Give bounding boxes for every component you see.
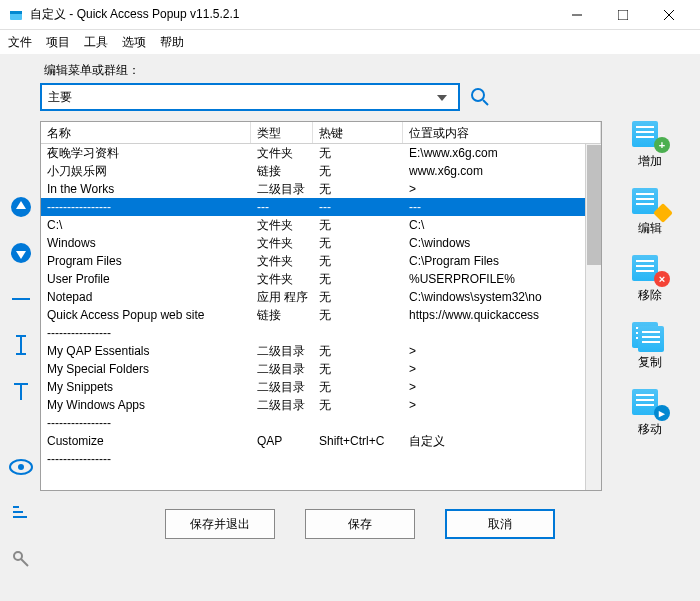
add-button[interactable]: + 增加 xyxy=(632,121,668,170)
table-row[interactable]: Notepad应用 程序无C:\windows\system32\no xyxy=(41,288,601,306)
cell-hotkey: 无 xyxy=(313,288,403,307)
menu-file[interactable]: 文件 xyxy=(8,34,32,51)
cell-hotkey: --- xyxy=(313,199,403,215)
table-row[interactable]: My QAP Essentials二级目录无> xyxy=(41,342,601,360)
cell-type: 二级目录 xyxy=(251,360,313,379)
text-tool[interactable] xyxy=(8,378,34,404)
cell-type: 文件夹 xyxy=(251,234,313,253)
save-button[interactable]: 保存 xyxy=(305,509,415,539)
minimize-button[interactable] xyxy=(554,0,600,30)
move-up-button[interactable] xyxy=(8,194,34,220)
table-row[interactable]: ------------------------- xyxy=(41,198,601,216)
copy-button[interactable]: 复制 xyxy=(632,322,668,371)
table-row[interactable]: CustomizeQAPShift+Ctrl+C自定义 xyxy=(41,432,601,450)
table-row[interactable]: ---------------- xyxy=(41,324,601,342)
cell-name: ---------------- xyxy=(41,325,251,341)
cell-type: 文件夹 xyxy=(251,216,313,235)
play-icon: ▸ xyxy=(654,405,670,421)
table-row[interactable]: Quick Access Popup web site链接无https://ww… xyxy=(41,306,601,324)
close-button[interactable] xyxy=(646,0,692,30)
cell-type: QAP xyxy=(251,433,313,449)
chevron-down-icon xyxy=(432,90,452,104)
cell-hotkey: 无 xyxy=(313,306,403,325)
cell-name: 夜晚学习资料 xyxy=(41,144,251,163)
table-row[interactable]: My Snippets二级目录无> xyxy=(41,378,601,396)
menu-tools[interactable]: 工具 xyxy=(84,34,108,51)
menubar: 文件 项目 工具 选项 帮助 xyxy=(0,30,700,54)
cell-name: My Snippets xyxy=(41,379,251,395)
scroll-thumb[interactable] xyxy=(587,145,601,265)
separator-tool[interactable] xyxy=(8,286,34,312)
table-row[interactable]: ---------------- xyxy=(41,450,601,468)
cell-name: My QAP Essentials xyxy=(41,343,251,359)
cell-hotkey: 无 xyxy=(313,216,403,235)
menu-project[interactable]: 项目 xyxy=(46,34,70,51)
menu-help[interactable]: 帮助 xyxy=(160,34,184,51)
cell-hotkey: 无 xyxy=(313,342,403,361)
cell-name: Program Files xyxy=(41,253,251,269)
sort-icon[interactable] xyxy=(8,500,34,526)
editor-label: 编辑菜单或群组： xyxy=(44,62,680,79)
cell-type xyxy=(251,458,313,460)
cell-hotkey: Shift+Ctrl+C xyxy=(313,433,403,449)
table-row[interactable]: ---------------- xyxy=(41,414,601,432)
table-row[interactable]: In the Works二级目录无> xyxy=(41,180,601,198)
col-location[interactable]: 位置或内容 xyxy=(403,122,601,143)
move-button[interactable]: ▸ 移动 xyxy=(632,389,668,438)
button-row: 保存并退出 保存 取消 xyxy=(40,509,680,539)
table-row[interactable]: Program Files文件夹无C:\Program Files xyxy=(41,252,601,270)
cell-location: www.x6g.com xyxy=(403,163,601,179)
plus-icon: + xyxy=(654,137,670,153)
dropdown-value: 主要 xyxy=(48,89,432,106)
svg-marker-6 xyxy=(437,95,447,101)
cell-type: 二级目录 xyxy=(251,378,313,397)
cell-location: > xyxy=(403,343,601,359)
cell-name: C:\ xyxy=(41,217,251,233)
eye-icon[interactable] xyxy=(8,454,34,480)
col-hotkey[interactable]: 热键 xyxy=(313,122,403,143)
app-icon xyxy=(8,7,24,23)
table-row[interactable]: My Special Folders二级目录无> xyxy=(41,360,601,378)
edit-button[interactable]: 编辑 xyxy=(632,188,668,237)
table-row[interactable]: User Profile文件夹无%USERPROFILE% xyxy=(41,270,601,288)
table-row[interactable]: C:\文件夹无C:\ xyxy=(41,216,601,234)
maximize-button[interactable] xyxy=(600,0,646,30)
move-down-button[interactable] xyxy=(8,240,34,266)
save-exit-button[interactable]: 保存并退出 xyxy=(165,509,275,539)
cancel-button[interactable]: 取消 xyxy=(445,509,555,539)
cell-type xyxy=(251,332,313,334)
cell-type: 链接 xyxy=(251,306,313,325)
svg-point-7 xyxy=(472,89,484,101)
group-dropdown[interactable]: 主要 xyxy=(40,83,460,111)
menu-options[interactable]: 选项 xyxy=(122,34,146,51)
search-button[interactable] xyxy=(468,85,492,109)
cell-type: 应用 程序 xyxy=(251,288,313,307)
cell-location: > xyxy=(403,397,601,413)
cell-location: https://www.quickaccess xyxy=(403,307,601,323)
table-row[interactable]: Windows文件夹无C:\windows xyxy=(41,234,601,252)
cell-name: User Profile xyxy=(41,271,251,287)
remove-button[interactable]: × 移除 xyxy=(632,255,668,304)
cell-type: 文件夹 xyxy=(251,270,313,289)
col-name[interactable]: 名称 xyxy=(41,122,251,143)
table-body[interactable]: 夜晚学习资料文件夹无E:\www.x6g.com小刀娱乐网链接无www.x6g.… xyxy=(41,144,601,490)
cell-location: %USERPROFILE% xyxy=(403,271,601,287)
cell-name: Notepad xyxy=(41,289,251,305)
right-toolbar: + 增加 编辑 × 移除 复制 ▸ 移动 xyxy=(620,121,680,491)
cell-name: ---------------- xyxy=(41,415,251,431)
cell-hotkey xyxy=(313,332,403,334)
pin-icon[interactable] xyxy=(8,546,34,572)
left-toolbar xyxy=(6,194,36,424)
svg-rect-3 xyxy=(618,10,628,20)
column-tool[interactable] xyxy=(8,332,34,358)
col-type[interactable]: 类型 xyxy=(251,122,313,143)
cell-type: 文件夹 xyxy=(251,252,313,271)
cell-hotkey: 无 xyxy=(313,378,403,397)
cell-type: 文件夹 xyxy=(251,144,313,163)
table-row[interactable]: My Windows Apps二级目录无> xyxy=(41,396,601,414)
table-row[interactable]: 小刀娱乐网链接无www.x6g.com xyxy=(41,162,601,180)
titlebar: 自定义 - Quick Access Popup v11.5.2.1 xyxy=(0,0,700,30)
vertical-scrollbar[interactable] xyxy=(585,144,601,490)
svg-line-25 xyxy=(21,559,28,566)
table-row[interactable]: 夜晚学习资料文件夹无E:\www.x6g.com xyxy=(41,144,601,162)
